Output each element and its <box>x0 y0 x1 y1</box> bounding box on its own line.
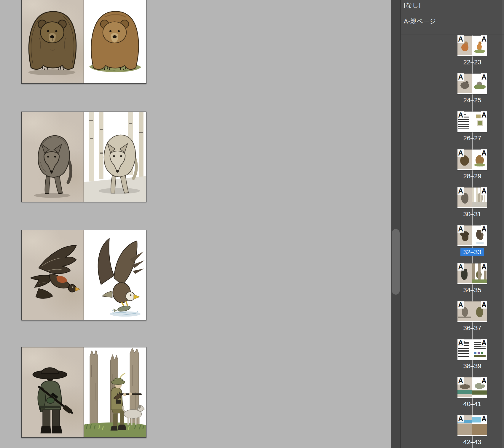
spreads-list: A A 22–23 A A 24–25 A A 26–27 <box>401 0 504 448</box>
wolf-sketch-illustration <box>22 112 84 202</box>
spread-label-selected[interactable]: 32–33 <box>460 248 484 256</box>
hunter-sketch-illustration <box>22 347 84 437</box>
master-mark: A <box>481 149 487 157</box>
master-mark: A <box>457 73 464 81</box>
page-thumbnail-left[interactable]: A <box>457 36 472 56</box>
page-thumbnail-left[interactable]: A <box>457 339 472 360</box>
canvas-scrollbar-track[interactable] <box>391 0 400 448</box>
page-thumbnail-left[interactable]: A <box>457 225 472 246</box>
spread-item-42-43[interactable]: A A 42–43 <box>454 415 491 448</box>
hunter-color-page[interactable] <box>84 347 146 438</box>
spread-item-38-39[interactable]: A A 38–39 <box>454 339 491 377</box>
page-thumbnail-right[interactable]: A <box>472 74 487 94</box>
page-thumbnail-right[interactable]: A <box>472 112 487 132</box>
spread-item-28-29[interactable]: A A 28–29 <box>454 150 491 188</box>
page-thumbnail-left[interactable]: A <box>457 74 472 94</box>
canvas-scrollbar-thumb[interactable] <box>392 229 400 295</box>
canvas-spread-eagle[interactable] <box>21 230 147 320</box>
pages-panel: [なし] A-親ページ A A 22–23 A A 24–25 <box>401 0 504 448</box>
page-thumbnail-left[interactable]: A <box>457 150 472 170</box>
page-thumbnail-left[interactable]: A <box>457 112 472 132</box>
master-mark: A <box>457 187 464 195</box>
bear-sketch-page[interactable] <box>21 0 84 84</box>
master-mark: A <box>457 35 464 43</box>
bear-color-illustration <box>84 0 146 83</box>
page-thumbnail-right[interactable]: A <box>472 225 487 246</box>
indesign-workspace: [なし] A-親ページ A A 22–23 A A 24–25 <box>0 0 504 448</box>
master-mark: A <box>457 225 464 233</box>
spread-item-36-37[interactable]: A A 36–37 <box>454 301 491 339</box>
spread-label[interactable]: 26–27 <box>460 134 484 142</box>
master-mark: A <box>481 187 487 195</box>
bear-color-page[interactable] <box>84 0 146 84</box>
page-thumbnail-left[interactable]: A <box>457 188 472 208</box>
spread-item-22-23[interactable]: A A 22–23 <box>454 36 491 74</box>
spread-item-26-27[interactable]: A A 26–27 <box>454 112 491 150</box>
spread-label[interactable]: 34–35 <box>460 286 484 294</box>
page-thumbnail-right[interactable]: A <box>472 339 487 360</box>
wolf-color-illustration <box>84 112 146 202</box>
spread-item-40-41[interactable]: A A 40–41 <box>454 377 491 415</box>
master-mark: A <box>481 73 487 81</box>
page-thumbnail-right[interactable]: A <box>472 263 487 284</box>
eagle-sketch-illustration <box>22 230 84 320</box>
master-mark: A <box>481 111 487 119</box>
page-thumbnail-right[interactable]: A <box>472 415 487 436</box>
master-mark: A <box>481 263 487 271</box>
spread-label[interactable]: 38–39 <box>460 362 484 370</box>
master-mark: A <box>457 149 464 157</box>
spread-label[interactable]: 24–25 <box>460 96 484 104</box>
master-mark: A <box>481 415 487 422</box>
master-mark: A <box>481 35 487 43</box>
master-mark: A <box>457 301 464 309</box>
master-mark: A <box>481 339 487 347</box>
spread-label[interactable]: 42–43 <box>460 438 484 446</box>
page-thumbnail-left[interactable]: A <box>457 263 472 284</box>
master-mark: A <box>457 415 464 422</box>
canvas-spread-bear[interactable] <box>21 0 147 84</box>
hunter-sketch-page[interactable] <box>21 347 84 438</box>
page-thumbnail-left[interactable]: A <box>457 301 472 322</box>
canvas-spread-wolf[interactable] <box>21 112 147 202</box>
hunter-color-illustration <box>84 347 146 437</box>
wolf-color-page[interactable] <box>84 112 146 202</box>
spread-item-30-31[interactable]: A A 30–31 <box>454 188 491 225</box>
page-thumbnail-left[interactable]: A <box>457 377 472 398</box>
spread-label[interactable]: 36–37 <box>460 324 484 332</box>
canvas-spread-hunter[interactable] <box>21 347 147 438</box>
wolf-sketch-page[interactable] <box>21 112 84 202</box>
master-mark: A <box>481 301 487 309</box>
document-canvas[interactable] <box>0 0 391 448</box>
spread-item-34-35[interactable]: A A 34–35 <box>454 263 491 301</box>
page-thumbnail-left[interactable]: A <box>457 415 472 436</box>
master-mark: A <box>481 377 487 385</box>
page-thumbnail-right[interactable]: A <box>472 377 487 398</box>
page-thumbnail-right[interactable]: A <box>472 36 487 56</box>
spread-label[interactable]: 28–29 <box>460 172 484 180</box>
spread-label[interactable]: 22–23 <box>460 58 484 66</box>
page-thumbnail-right[interactable]: A <box>472 150 487 170</box>
master-mark: A <box>481 225 487 233</box>
master-mark: A <box>457 377 464 385</box>
spread-label[interactable]: 40–41 <box>460 400 484 408</box>
spread-item-32-33-selected[interactable]: A A 32–33 <box>454 225 491 263</box>
spread-label[interactable]: 30–31 <box>460 210 484 218</box>
eagle-color-page[interactable] <box>84 230 146 320</box>
page-thumbnail-right[interactable]: A <box>472 188 487 208</box>
eagle-sketch-page[interactable] <box>21 230 84 320</box>
eagle-color-illustration <box>84 230 146 320</box>
bear-sketch-illustration <box>22 0 84 83</box>
master-mark: A <box>457 263 464 271</box>
page-thumbnail-right[interactable]: A <box>472 301 487 322</box>
spread-item-24-25[interactable]: A A 24–25 <box>454 74 491 112</box>
master-mark: A <box>457 339 464 347</box>
master-mark: A <box>457 111 464 119</box>
